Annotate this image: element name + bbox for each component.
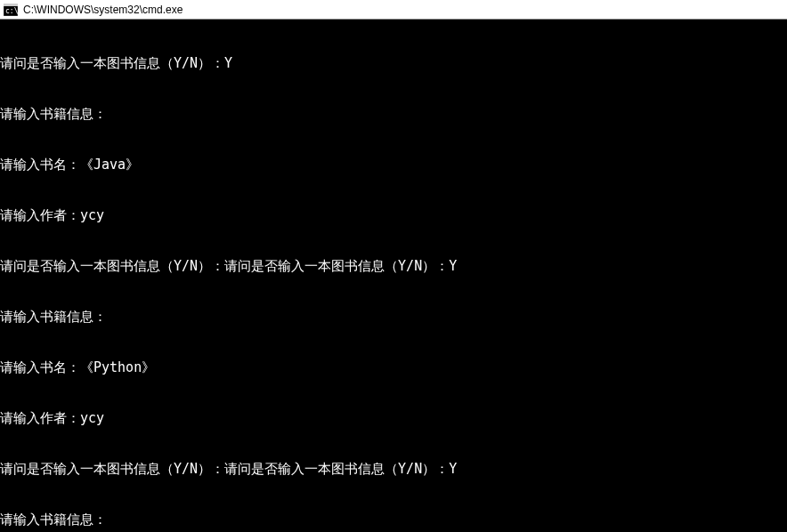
terminal-line: 请问是否输入一本图书信息（Y/N）：请问是否输入一本图书信息（Y/N）：Y bbox=[0, 258, 787, 275]
terminal-line: 请输入书名：《Python》 bbox=[0, 359, 787, 376]
terminal-line: 请输入作者：ycy bbox=[0, 207, 787, 224]
cmd-window: c:\ C:\WINDOWS\system32\cmd.exe 请问是否输入一本… bbox=[0, 0, 787, 532]
title-bar[interactable]: c:\ C:\WINDOWS\system32\cmd.exe bbox=[0, 0, 787, 20]
svg-rect-1 bbox=[4, 4, 18, 6]
terminal-line: 请输入书籍信息： bbox=[0, 106, 787, 123]
terminal-line: 请输入书籍信息： bbox=[0, 309, 787, 326]
terminal-output[interactable]: 请问是否输入一本图书信息（Y/N）：Y 请输入书籍信息： 请输入书名：《Java… bbox=[0, 20, 787, 532]
terminal-line: 请问是否输入一本图书信息（Y/N）：Y bbox=[0, 55, 787, 72]
terminal-line: 请问是否输入一本图书信息（Y/N）：请问是否输入一本图书信息（Y/N）：Y bbox=[0, 461, 787, 478]
terminal-line: 请输入书名：《Java》 bbox=[0, 157, 787, 173]
terminal-line: 请输入作者：ycy bbox=[0, 410, 787, 427]
svg-text:c:\: c:\ bbox=[5, 7, 18, 15]
cmd-icon: c:\ bbox=[4, 4, 18, 16]
window-title: C:\WINDOWS\system32\cmd.exe bbox=[23, 4, 183, 16]
terminal-line: 请输入书籍信息： bbox=[0, 512, 787, 528]
